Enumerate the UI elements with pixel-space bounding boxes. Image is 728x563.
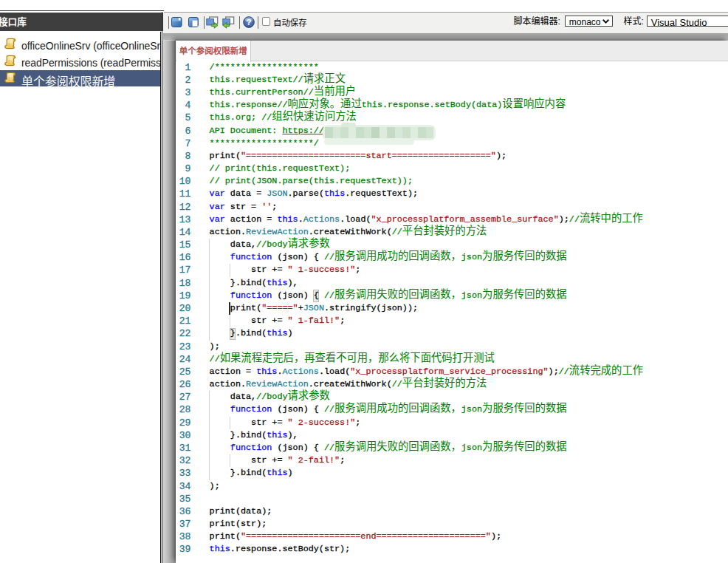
svg-text:?: ? bbox=[246, 18, 251, 27]
